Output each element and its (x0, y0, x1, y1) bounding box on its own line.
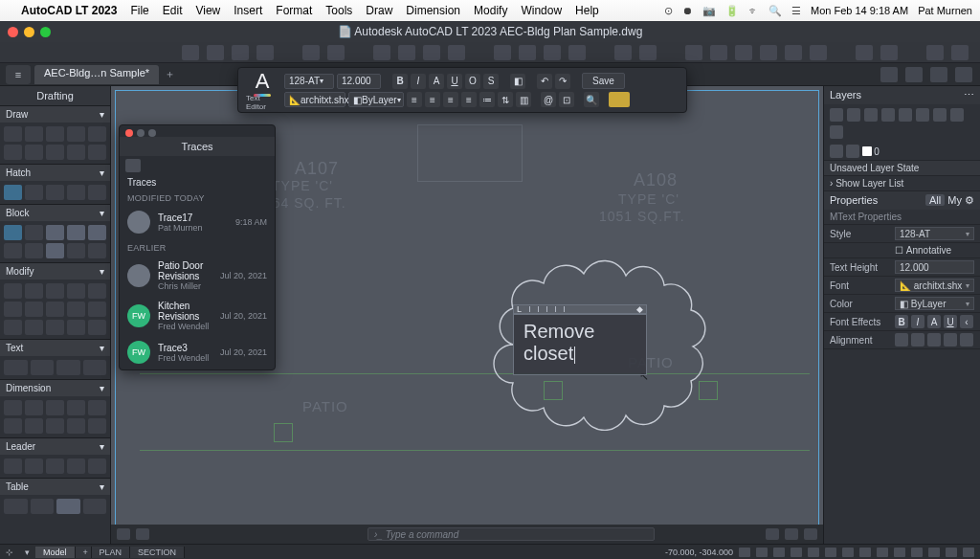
panel-toggle[interactable] (905, 67, 923, 82)
table-tool[interactable] (4, 499, 28, 514)
erase-tool[interactable] (4, 320, 22, 335)
table-tool[interactable] (31, 499, 55, 514)
block-tool[interactable] (25, 243, 43, 258)
dim-tool[interactable] (88, 418, 106, 434)
mtext-ruler[interactable]: L ◆ (513, 304, 647, 314)
leader-tool[interactable] (25, 458, 43, 474)
block-tool[interactable] (67, 243, 85, 258)
prop-color-field[interactable]: ◧ ByLayer▾ (895, 297, 974, 310)
qat-button[interactable] (810, 45, 827, 60)
block-tool[interactable] (88, 225, 106, 240)
qat-button[interactable] (710, 45, 727, 60)
dim-linear-tool[interactable] (4, 400, 22, 415)
dim-tool[interactable] (25, 418, 43, 434)
text-height-field[interactable]: 12.000 (337, 74, 381, 89)
qat-button[interactable] (519, 45, 536, 60)
cmd-tool[interactable] (117, 528, 130, 540)
bold-button[interactable]: B (392, 74, 408, 89)
justify-button[interactable]: ≡ (407, 92, 422, 107)
model-tab[interactable]: Model (35, 547, 76, 558)
offset-tool[interactable] (88, 302, 106, 317)
italic-button[interactable]: I (411, 74, 426, 89)
qat-button[interactable] (926, 45, 944, 60)
menu-insert[interactable]: Insert (234, 4, 262, 17)
block-tool[interactable] (46, 225, 64, 240)
block-tool[interactable] (46, 243, 64, 258)
layer-tool[interactable] (933, 108, 947, 122)
boundary-tool[interactable] (46, 185, 64, 200)
mtext-textarea[interactable]: Remove closet (513, 314, 647, 375)
menu-help[interactable]: Help (575, 4, 599, 17)
qat-button[interactable] (448, 45, 465, 60)
color-picker[interactable]: ◧ (510, 74, 525, 89)
move-tool[interactable] (4, 283, 22, 299)
minimize-window-button[interactable] (24, 27, 34, 37)
qat-button[interactable] (544, 45, 561, 60)
scale-tool[interactable] (88, 283, 106, 299)
trace-item[interactable]: FW Kitchen RevisionsFred Wendell Jul 20,… (120, 297, 275, 337)
zoom-window-button[interactable] (40, 27, 51, 37)
arc-tool[interactable] (88, 126, 106, 142)
qat-button[interactable] (856, 45, 873, 60)
prop-font-field[interactable]: 📐 architxt.shx▾ (895, 279, 974, 292)
menu-dimension[interactable]: Dimension (406, 4, 460, 17)
menu-modify[interactable]: Modify (474, 4, 507, 17)
align-center-button[interactable] (911, 333, 924, 347)
status-toggle[interactable] (894, 548, 905, 557)
mtext-editor[interactable]: L ◆ Remove closet (513, 304, 647, 375)
align-right-button[interactable]: ≡ (461, 92, 477, 107)
text-tool[interactable] (83, 360, 107, 375)
qat-button[interactable] (760, 45, 777, 60)
palette-group-dimension[interactable]: Dimension▾ (0, 379, 110, 396)
qat-button[interactable] (207, 45, 224, 60)
hatch-tool[interactable] (88, 185, 106, 200)
align-left-button[interactable] (895, 333, 908, 347)
dim-tool[interactable] (4, 418, 22, 434)
palette-group-text[interactable]: Text▾ (0, 339, 110, 356)
layer-tool[interactable] (830, 125, 843, 139)
control-center-icon[interactable]: ☰ (791, 5, 801, 17)
mtext-tool[interactable] (4, 360, 28, 375)
menu-format[interactable]: Format (276, 4, 312, 17)
underline-button[interactable]: U (944, 315, 957, 328)
status-toggle[interactable] (859, 548, 871, 557)
show-layer-list[interactable]: Show Layer List (835, 178, 903, 189)
qat-button[interactable] (614, 45, 632, 60)
cmd-tool[interactable] (136, 528, 149, 540)
insert-block-tool[interactable] (4, 225, 22, 240)
status-toggle[interactable] (911, 548, 923, 557)
dim-aligned-tool[interactable] (25, 400, 43, 415)
props-tab-my[interactable]: My (947, 194, 962, 206)
palette-group-modify[interactable]: Modify▾ (0, 262, 110, 280)
ucs-icon[interactable]: ⊹ (0, 548, 19, 557)
layer-tool[interactable] (950, 108, 964, 122)
status-toggle[interactable] (773, 548, 785, 557)
align-right-button[interactable] (927, 333, 941, 347)
rotate-tool[interactable] (46, 283, 64, 299)
status-toggle[interactable] (825, 548, 836, 557)
circle-tool[interactable] (46, 126, 64, 142)
italic-button[interactable]: I (911, 315, 924, 328)
palette-group-hatch[interactable]: Hatch▾ (0, 164, 110, 181)
redo-button[interactable]: ↷ (555, 74, 570, 89)
status-toggle[interactable] (963, 548, 974, 557)
qat-button[interactable] (685, 45, 702, 60)
text-font-dropdown[interactable]: 📐 architxt.shx ▾ (284, 92, 345, 107)
block-tool[interactable] (67, 225, 85, 240)
qat-button[interactable] (232, 45, 249, 60)
add-layout-button[interactable]: + (76, 547, 92, 558)
explode-tool[interactable] (25, 320, 43, 335)
panel-toggle[interactable] (955, 67, 972, 82)
menu-tools[interactable]: Tools (325, 4, 352, 17)
props-tab-all[interactable]: All (925, 194, 945, 206)
dim-tool[interactable] (67, 418, 85, 434)
font-button[interactable]: A (429, 74, 444, 89)
status-toggle[interactable] (739, 548, 750, 557)
app-menu[interactable]: AutoCAD LT 2023 (21, 4, 117, 17)
dim-tool[interactable] (46, 418, 64, 434)
overline-button[interactable]: O (465, 74, 480, 89)
annotative-checkbox[interactable]: ☐ (895, 245, 903, 256)
palette-group-leader[interactable]: Leader▾ (0, 437, 110, 455)
layer-visibility-icon[interactable] (830, 145, 843, 158)
align-left-button[interactable]: ≡ (425, 92, 440, 107)
